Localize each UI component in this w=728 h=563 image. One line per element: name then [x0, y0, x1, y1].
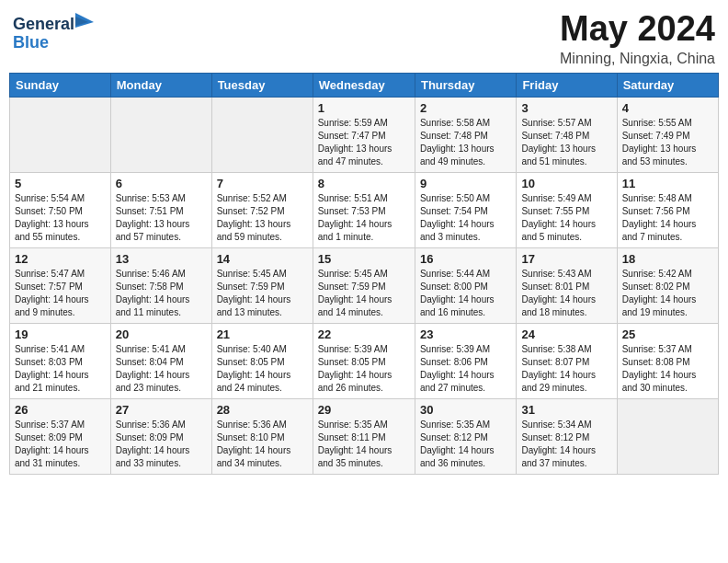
table-row: 17Sunrise: 5:43 AMSunset: 8:01 PMDayligh…: [517, 248, 617, 324]
day-number: 27: [116, 403, 207, 417]
day-number: 21: [217, 327, 308, 341]
day-info: Sunrise: 5:37 AMSunset: 8:09 PMDaylight:…: [15, 419, 106, 470]
day-info: Sunrise: 5:43 AMSunset: 8:01 PMDaylight:…: [521, 268, 611, 319]
table-row: 9Sunrise: 5:50 AMSunset: 7:54 PMDaylight…: [415, 173, 516, 248]
table-row: 15Sunrise: 5:45 AMSunset: 7:59 PMDayligh…: [313, 248, 415, 324]
day-number: 19: [15, 327, 106, 341]
day-number: 24: [521, 327, 611, 341]
day-info: Sunrise: 5:44 AMSunset: 8:00 PMDaylight:…: [420, 268, 511, 319]
page-header: General Blue May 2024 Minning, Ningxia, …: [9, 9, 719, 67]
day-info: Sunrise: 5:41 AMSunset: 8:03 PMDaylight:…: [15, 343, 106, 395]
table-row: 22Sunrise: 5:39 AMSunset: 8:05 PMDayligh…: [313, 324, 415, 399]
header-wednesday: Wednesday: [313, 74, 415, 98]
day-number: 6: [116, 177, 207, 190]
day-number: 18: [622, 252, 713, 266]
table-row: [211, 98, 313, 173]
day-number: 12: [15, 252, 106, 266]
table-row: 23Sunrise: 5:39 AMSunset: 8:06 PMDayligh…: [415, 324, 516, 399]
day-number: 3: [521, 101, 611, 115]
calendar-title: May 2024 Minning, Ningxia, China: [560, 9, 715, 67]
day-number: 13: [116, 252, 207, 266]
weekday-header-row: Sunday Monday Tuesday Wednesday Thursday…: [10, 74, 719, 98]
day-number: 8: [318, 177, 410, 190]
day-number: 17: [521, 252, 611, 266]
table-row: 13Sunrise: 5:46 AMSunset: 7:58 PMDayligh…: [110, 248, 211, 324]
day-info: Sunrise: 5:36 AMSunset: 8:10 PMDaylight:…: [217, 419, 308, 470]
logo: General Blue: [13, 9, 94, 57]
day-info: Sunrise: 5:59 AMSunset: 7:47 PMDaylight:…: [318, 117, 410, 168]
day-info: Sunrise: 5:34 AMSunset: 8:12 PMDaylight:…: [521, 419, 611, 470]
day-info: Sunrise: 5:58 AMSunset: 7:48 PMDaylight:…: [420, 117, 511, 168]
table-row: 11Sunrise: 5:48 AMSunset: 7:56 PMDayligh…: [617, 173, 718, 248]
location: Minning, Ningxia, China: [560, 51, 715, 67]
day-info: Sunrise: 5:49 AMSunset: 7:55 PMDaylight:…: [521, 192, 611, 244]
table-row: 18Sunrise: 5:42 AMSunset: 8:02 PMDayligh…: [617, 248, 718, 324]
day-info: Sunrise: 5:50 AMSunset: 7:54 PMDaylight:…: [420, 192, 511, 244]
table-row: [10, 98, 111, 173]
day-info: Sunrise: 5:46 AMSunset: 7:58 PMDaylight:…: [116, 268, 207, 319]
header-thursday: Thursday: [415, 74, 516, 98]
day-number: 30: [420, 403, 511, 417]
table-row: 31Sunrise: 5:34 AMSunset: 8:12 PMDayligh…: [517, 399, 617, 475]
calendar-week-row: 1Sunrise: 5:59 AMSunset: 7:47 PMDaylight…: [10, 98, 719, 173]
day-info: Sunrise: 5:55 AMSunset: 7:49 PMDaylight:…: [622, 117, 713, 168]
month-year: May 2024: [560, 9, 715, 49]
day-info: Sunrise: 5:37 AMSunset: 8:08 PMDaylight:…: [622, 343, 713, 395]
table-row: 24Sunrise: 5:38 AMSunset: 8:07 PMDayligh…: [517, 324, 617, 399]
table-row: 29Sunrise: 5:35 AMSunset: 8:11 PMDayligh…: [313, 399, 415, 475]
calendar-week-row: 26Sunrise: 5:37 AMSunset: 8:09 PMDayligh…: [10, 399, 719, 475]
day-info: Sunrise: 5:57 AMSunset: 7:48 PMDaylight:…: [521, 117, 611, 168]
calendar-week-row: 12Sunrise: 5:47 AMSunset: 7:57 PMDayligh…: [10, 248, 719, 324]
table-row: 25Sunrise: 5:37 AMSunset: 8:08 PMDayligh…: [617, 324, 718, 399]
day-info: Sunrise: 5:39 AMSunset: 8:06 PMDaylight:…: [420, 343, 511, 395]
day-number: 14: [217, 252, 308, 266]
day-info: Sunrise: 5:35 AMSunset: 8:11 PMDaylight:…: [318, 419, 410, 470]
table-row: 4Sunrise: 5:55 AMSunset: 7:49 PMDaylight…: [617, 98, 718, 173]
day-number: 4: [622, 101, 713, 115]
header-friday: Friday: [517, 74, 617, 98]
day-number: 11: [622, 177, 713, 190]
day-info: Sunrise: 5:48 AMSunset: 7:56 PMDaylight:…: [622, 192, 713, 244]
day-info: Sunrise: 5:45 AMSunset: 7:59 PMDaylight:…: [217, 268, 308, 319]
day-info: Sunrise: 5:41 AMSunset: 8:04 PMDaylight:…: [116, 343, 207, 395]
table-row: 5Sunrise: 5:54 AMSunset: 7:50 PMDaylight…: [10, 173, 111, 248]
table-row: 3Sunrise: 5:57 AMSunset: 7:48 PMDaylight…: [517, 98, 617, 173]
table-row: 30Sunrise: 5:35 AMSunset: 8:12 PMDayligh…: [415, 399, 516, 475]
table-row: 7Sunrise: 5:52 AMSunset: 7:52 PMDaylight…: [211, 173, 313, 248]
table-row: 16Sunrise: 5:44 AMSunset: 8:00 PMDayligh…: [415, 248, 516, 324]
day-number: 25: [622, 327, 713, 341]
calendar-table: Sunday Monday Tuesday Wednesday Thursday…: [9, 73, 719, 475]
day-info: Sunrise: 5:40 AMSunset: 8:05 PMDaylight:…: [217, 343, 308, 395]
table-row: [110, 98, 211, 173]
svg-text:Blue: Blue: [13, 33, 49, 52]
day-number: 1: [318, 101, 410, 115]
svg-text:General: General: [13, 15, 74, 33]
day-number: 23: [420, 327, 511, 341]
day-number: 10: [521, 177, 611, 190]
table-row: 10Sunrise: 5:49 AMSunset: 7:55 PMDayligh…: [517, 173, 617, 248]
table-row: 19Sunrise: 5:41 AMSunset: 8:03 PMDayligh…: [10, 324, 111, 399]
day-info: Sunrise: 5:51 AMSunset: 7:53 PMDaylight:…: [318, 192, 410, 244]
table-row: 20Sunrise: 5:41 AMSunset: 8:04 PMDayligh…: [110, 324, 211, 399]
header-monday: Monday: [110, 74, 211, 98]
day-number: 26: [15, 403, 106, 417]
day-number: 28: [217, 403, 308, 417]
day-info: Sunrise: 5:53 AMSunset: 7:51 PMDaylight:…: [116, 192, 207, 244]
table-row: 6Sunrise: 5:53 AMSunset: 7:51 PMDaylight…: [110, 173, 211, 248]
day-number: 7: [217, 177, 308, 190]
day-number: 9: [420, 177, 511, 190]
table-row: 12Sunrise: 5:47 AMSunset: 7:57 PMDayligh…: [10, 248, 111, 324]
table-row: 21Sunrise: 5:40 AMSunset: 8:05 PMDayligh…: [211, 324, 313, 399]
table-row: 26Sunrise: 5:37 AMSunset: 8:09 PMDayligh…: [10, 399, 111, 475]
day-info: Sunrise: 5:45 AMSunset: 7:59 PMDaylight:…: [318, 268, 410, 319]
table-row: 1Sunrise: 5:59 AMSunset: 7:47 PMDaylight…: [313, 98, 415, 173]
day-number: 2: [420, 101, 511, 115]
table-row: 14Sunrise: 5:45 AMSunset: 7:59 PMDayligh…: [211, 248, 313, 324]
day-number: 20: [116, 327, 207, 341]
day-number: 5: [15, 177, 106, 190]
header-saturday: Saturday: [617, 74, 718, 98]
header-sunday: Sunday: [10, 74, 111, 98]
table-row: [617, 399, 718, 475]
day-info: Sunrise: 5:36 AMSunset: 8:09 PMDaylight:…: [116, 419, 207, 470]
day-info: Sunrise: 5:47 AMSunset: 7:57 PMDaylight:…: [15, 268, 106, 319]
